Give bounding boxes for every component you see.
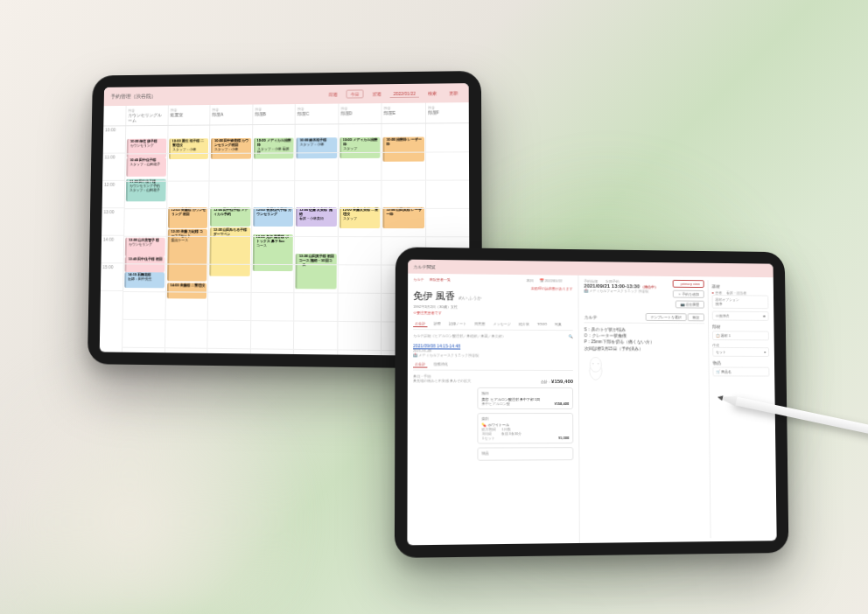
calendar-event[interactable]: 13:00 山本美智子 様カウンセリング bbox=[125, 238, 165, 257]
tab-shinryo[interactable]: 診療 bbox=[432, 320, 443, 327]
total-amount: 合計：¥159,400 bbox=[541, 379, 573, 384]
karte-section-h: カルテ bbox=[584, 314, 598, 319]
calendar-event[interactable]: 10:00 鈴木裕子様スタッフ：小林 bbox=[296, 137, 336, 158]
calendar-event[interactable]: 10:00 園生 裕子様 二重埋没スタッフ：小林 bbox=[168, 138, 208, 159]
history-button[interactable]: 📷 過去履歴 bbox=[676, 300, 704, 308]
col-2: 渋谷部屋A bbox=[209, 105, 252, 125]
new-button[interactable]: 新規 bbox=[688, 313, 705, 321]
calendar-event[interactable]: 10:00 保住 康子様カウンセリング bbox=[127, 139, 166, 158]
patient-name: 免伊 風香めい ふうか bbox=[413, 290, 572, 304]
breadcrumb[interactable]: カルテ来院患者一覧 本日 📅 2022/01/22 bbox=[413, 277, 572, 283]
calendar-title: 予約管理（渋谷院） bbox=[110, 93, 156, 101]
calendar-event[interactable]: 12:00 斉藤様 カウンセリング 初回 bbox=[167, 207, 207, 228]
subtab-yakumu[interactable]: 役務消化 bbox=[432, 361, 450, 368]
calendar-event[interactable]: 12:00 佐藤 友美様 施術看護・小林美術 bbox=[296, 207, 337, 227]
reload-icon[interactable]: 更新 bbox=[445, 89, 461, 96]
col-4: 渋谷部屋C bbox=[295, 104, 338, 124]
tab-photo[interactable]: 写真 bbox=[553, 321, 564, 328]
add-appt-button[interactable]: ＋ 予約を追加 bbox=[673, 290, 704, 298]
calendar-columns: 渋谷カウンセリングルーム 渋谷処置室 渋谷部屋A 渋谷部屋B 渋谷部屋C 渋谷部… bbox=[103, 102, 469, 126]
next-appt-clinic: 🏥 メディカルフォースクリニック 渋谷院 bbox=[584, 289, 659, 294]
next-week-button[interactable]: 翌週 bbox=[368, 90, 384, 97]
karte-left-pane: カルテ来院患者一覧 本日 📅 2022/01/22 未処理の請求書があります 免… bbox=[407, 274, 580, 546]
tab-todo[interactable]: TODO bbox=[536, 321, 550, 328]
item-card[interactable]: 物品 bbox=[478, 447, 574, 461]
calendar-event[interactable]: 10:00 治療枠 レーザー枠 bbox=[382, 137, 424, 162]
search-icon[interactable]: 検索 bbox=[424, 89, 440, 96]
col-5: 渋谷部屋D bbox=[338, 103, 382, 123]
template-select[interactable]: テンプレートを選択 bbox=[645, 313, 686, 321]
calendar-event[interactable]: 10:00 メディカル治療枠スタッフ bbox=[340, 137, 381, 158]
side-sterilize[interactable]: ※洗浄済⊕ bbox=[712, 311, 769, 321]
tab-consent[interactable]: 同意書 bbox=[472, 320, 486, 327]
soap-note[interactable]: S：鼻のトゲ状が悩み O：クレーター状瘢痕 P：25mm下部を切る（痛くない方）… bbox=[584, 326, 705, 352]
col-6: 渋谷部屋E bbox=[382, 103, 425, 123]
calendar-event[interactable]: 10:00 田中朱美様 カウンセリング初回スタッフ：小林 bbox=[211, 138, 251, 159]
side-set[interactable]: セット ▾ bbox=[712, 347, 769, 357]
svg-point-2 bbox=[598, 363, 599, 365]
svg-point-0 bbox=[590, 357, 601, 372]
karte-title: カルテ閲覧 bbox=[413, 264, 435, 269]
calendar-event[interactable]: 12:00 斉藤友美様 二重埋没スタッフ bbox=[339, 207, 380, 228]
patient-warning: ※要注意患者です bbox=[413, 310, 573, 316]
col-1: 渋谷処置室 bbox=[167, 105, 209, 125]
calendar-event[interactable]: 12:00 菅原佳代子様 カウンセリング bbox=[253, 207, 293, 227]
calendar-event[interactable]: 11:00 田中佳子様カウンセリング予約 スタッフ：山田花子 bbox=[126, 179, 165, 202]
lane-2[interactable]: 10:00 田中朱美様 カウンセリング初回スタッフ：小林12:00 田中佳子様 … bbox=[206, 125, 252, 356]
col-0: 渋谷カウンセリングルーム bbox=[125, 105, 167, 125]
col-7: 渋谷部屋F bbox=[424, 102, 468, 122]
karte-right-pane: 予約情報 次回予約 2021/09/21 13:00-13:30 （待合中） 🏥… bbox=[578, 276, 776, 543]
calendar-event[interactable]: 10:00 メディカル治療枠スタッフ：小林 看護師 bbox=[253, 138, 293, 159]
calendar-event[interactable]: 12:30 山田みちる子様 ダーマペン bbox=[209, 227, 249, 276]
karte-note: カルテ詳細（ヒアルロン酸注射／鼻根部／鼻翼／鼻尖部） 🔍 bbox=[413, 333, 573, 338]
karte-sidebar: 器材 ● 患者 看護・担当者 器材オプション 洗浄 ※洗浄済⊕ 部材 📋 器材 … bbox=[708, 280, 772, 538]
lane-0[interactable]: 10:00 保住 康子様カウンセリング10:45 田中佳子様スタッフ：山田花子1… bbox=[122, 126, 167, 356]
side-item-1[interactable]: 📋 器材 1 bbox=[712, 331, 769, 340]
calendar-event[interactable]: 10:45 田中佳子様スタッフ：山田花子 bbox=[126, 157, 165, 177]
side-option[interactable]: 器材オプション 洗浄 bbox=[712, 295, 769, 309]
patient-meta: 1992年3月2日（30歳）女性 bbox=[413, 304, 573, 310]
lane-1[interactable]: 10:00 園生 裕子様 二重埋没スタッフ：小林12:00 斉藤様 カウンセリン… bbox=[164, 126, 209, 357]
calendar-event[interactable]: 13:30 山田真子様 初回コース 施術→10回コース bbox=[295, 254, 336, 289]
tab-okaikei[interactable]: お会計 bbox=[413, 320, 427, 327]
karte-screen: カルテ閲覧 カルテ来院患者一覧 本日 📅 2022/01/22 未処理の請求書が… bbox=[407, 260, 776, 546]
face-diagram-icon[interactable] bbox=[584, 355, 607, 381]
prev-week-button[interactable]: 前週 bbox=[326, 91, 341, 98]
col-3: 渋谷部屋B bbox=[252, 104, 295, 124]
rx-card[interactable]: 薬剤 💊 ホワイトール 処方期間3日間 1日数食後3食30分 1セット¥1,00… bbox=[478, 413, 574, 443]
subtab-okaikei[interactable]: お会計 bbox=[413, 360, 427, 367]
calendar-event[interactable]: 12:00 田中佳子様 メディカル予約 bbox=[210, 207, 250, 227]
karte-tabs: お会計 診療 記録ノート 同意書 メッセージ 紹介状 TODO 写真 bbox=[413, 320, 573, 331]
tab-referral[interactable]: 紹介状 bbox=[517, 321, 531, 328]
tab-note[interactable]: 記録ノート bbox=[447, 320, 468, 327]
tablet-karte: カルテ閲覧 カルテ来院患者一覧 本日 📅 2022/01/22 未処理の請求書が… bbox=[395, 247, 789, 558]
svg-point-1 bbox=[592, 363, 594, 365]
lane-3[interactable]: 10:00 メディカル治療枠スタッフ：小林 看護師12:00 菅原佳代子様 カウ… bbox=[249, 125, 294, 357]
calendar-date[interactable]: 2022/01/22 bbox=[390, 89, 419, 97]
calendar-event[interactable]: 13:00 免伊 風香様 ボトックス 鼻下 5ccコース bbox=[252, 234, 293, 271]
tab-message[interactable]: メッセージ bbox=[492, 321, 513, 328]
side-product[interactable]: 🛒 商品名 bbox=[712, 367, 769, 377]
calendar-event[interactable]: 12:00 山田真様 レーザー枠 bbox=[382, 207, 424, 228]
clinic-name: 🏥 メディカルフォースクリニック渋谷院 bbox=[413, 352, 573, 358]
primary-view-badge[interactable]: primary view bbox=[673, 280, 704, 288]
service-card[interactable]: 施術 美容 ヒアルロン酸注射 鼻中下部 1回 鼻中ヒアルロン酸¥158,400 bbox=[478, 387, 573, 409]
today-button[interactable]: 今日 bbox=[346, 89, 363, 98]
calendar-event[interactable]: 14:15 石橋花様医師：田中先生 bbox=[124, 272, 164, 288]
search-icon[interactable]: 🔍 bbox=[569, 334, 573, 338]
